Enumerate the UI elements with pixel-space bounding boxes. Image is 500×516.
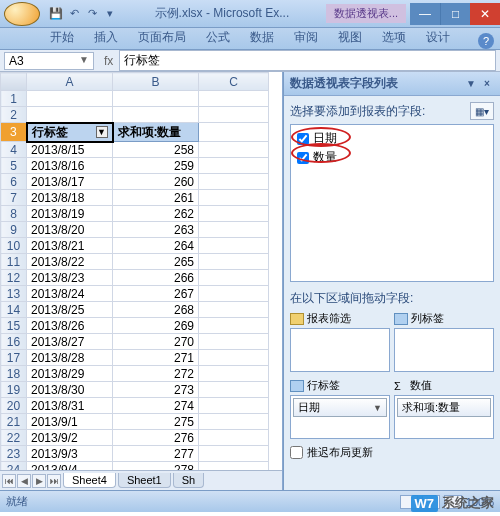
value-chip-sum[interactable]: 求和项:数量 bbox=[397, 398, 491, 417]
cell-B19[interactable]: 273 bbox=[113, 382, 199, 398]
cell-C11[interactable] bbox=[199, 254, 269, 270]
cell-B22[interactable]: 276 bbox=[113, 430, 199, 446]
name-box-dropdown-icon[interactable]: ▼ bbox=[79, 54, 89, 68]
cell-C22[interactable] bbox=[199, 430, 269, 446]
cell-B12[interactable]: 266 bbox=[113, 270, 199, 286]
cell-C7[interactable] bbox=[199, 190, 269, 206]
row-header-15[interactable]: 15 bbox=[1, 318, 27, 334]
tab-options[interactable]: 选项 bbox=[372, 26, 416, 49]
cell-A24[interactable]: 2013/9/4 bbox=[27, 462, 113, 471]
cell-A11[interactable]: 2013/8/22 bbox=[27, 254, 113, 270]
cell-B6[interactable]: 260 bbox=[113, 174, 199, 190]
cell-B20[interactable]: 274 bbox=[113, 398, 199, 414]
row-header-8[interactable]: 8 bbox=[1, 206, 27, 222]
cell-C15[interactable] bbox=[199, 318, 269, 334]
cell-A14[interactable]: 2013/8/25 bbox=[27, 302, 113, 318]
cell-C20[interactable] bbox=[199, 398, 269, 414]
sheet-nav-first[interactable]: ⏮ bbox=[2, 474, 16, 488]
cell-B24[interactable]: 278 bbox=[113, 462, 199, 471]
name-box[interactable]: A3 ▼ bbox=[4, 52, 94, 70]
cell-B11[interactable]: 265 bbox=[113, 254, 199, 270]
cell-B18[interactable]: 272 bbox=[113, 366, 199, 382]
cell-A19[interactable]: 2013/8/30 bbox=[27, 382, 113, 398]
cell-B17[interactable]: 271 bbox=[113, 350, 199, 366]
sheet-nav-prev[interactable]: ◀ bbox=[17, 474, 31, 488]
sheet-tab-sheet4[interactable]: Sheet4 bbox=[63, 473, 116, 488]
tab-pagelayout[interactable]: 页面布局 bbox=[128, 26, 196, 49]
cell-A8[interactable]: 2013/8/19 bbox=[27, 206, 113, 222]
tab-home[interactable]: 开始 bbox=[40, 26, 84, 49]
save-icon[interactable]: 💾 bbox=[48, 6, 64, 22]
cell-A15[interactable]: 2013/8/26 bbox=[27, 318, 113, 334]
sheet-nav-last[interactable]: ⏭ bbox=[47, 474, 61, 488]
cell-B21[interactable]: 275 bbox=[113, 414, 199, 430]
cell-A13[interactable]: 2013/8/24 bbox=[27, 286, 113, 302]
row-header-1[interactable]: 1 bbox=[1, 91, 27, 107]
row-header-2[interactable]: 2 bbox=[1, 107, 27, 123]
tab-insert[interactable]: 插入 bbox=[84, 26, 128, 49]
tab-review[interactable]: 审阅 bbox=[284, 26, 328, 49]
row-header-10[interactable]: 10 bbox=[1, 238, 27, 254]
cell-A6[interactable]: 2013/8/17 bbox=[27, 174, 113, 190]
cell-B9[interactable]: 263 bbox=[113, 222, 199, 238]
cell-C19[interactable] bbox=[199, 382, 269, 398]
values-area-dropzone[interactable]: 求和项:数量 bbox=[394, 395, 494, 439]
tab-formulas[interactable]: 公式 bbox=[196, 26, 240, 49]
contextual-tab-label[interactable]: 数据透视表... bbox=[326, 4, 406, 23]
cell-A3[interactable]: 行标签▼ bbox=[27, 123, 113, 142]
cell-A18[interactable]: 2013/8/29 bbox=[27, 366, 113, 382]
cell-C3[interactable] bbox=[199, 123, 269, 142]
chip-dropdown-icon[interactable]: ▼ bbox=[373, 403, 382, 413]
cell-A4[interactable]: 2013/8/15 bbox=[27, 142, 113, 158]
cell-A20[interactable]: 2013/8/31 bbox=[27, 398, 113, 414]
tab-data[interactable]: 数据 bbox=[240, 26, 284, 49]
row-header-6[interactable]: 6 bbox=[1, 174, 27, 190]
select-all-cell[interactable] bbox=[1, 73, 27, 91]
cell-C4[interactable] bbox=[199, 142, 269, 158]
row-header-14[interactable]: 14 bbox=[1, 302, 27, 318]
cell-C9[interactable] bbox=[199, 222, 269, 238]
cell-C14[interactable] bbox=[199, 302, 269, 318]
cell-C24[interactable] bbox=[199, 462, 269, 471]
cell-C2[interactable] bbox=[199, 107, 269, 123]
cell-C8[interactable] bbox=[199, 206, 269, 222]
cell-B2[interactable] bbox=[113, 107, 199, 123]
row-header-12[interactable]: 12 bbox=[1, 270, 27, 286]
cell-B23[interactable]: 277 bbox=[113, 446, 199, 462]
cell-C1[interactable] bbox=[199, 91, 269, 107]
defer-layout-checkbox[interactable] bbox=[290, 446, 303, 459]
cell-B13[interactable]: 267 bbox=[113, 286, 199, 302]
cell-A17[interactable]: 2013/8/28 bbox=[27, 350, 113, 366]
row-header-17[interactable]: 17 bbox=[1, 350, 27, 366]
cell-B1[interactable] bbox=[113, 91, 199, 107]
cell-C13[interactable] bbox=[199, 286, 269, 302]
row-header-23[interactable]: 23 bbox=[1, 446, 27, 462]
cell-A7[interactable]: 2013/8/18 bbox=[27, 190, 113, 206]
formula-input[interactable]: 行标签 bbox=[119, 50, 496, 71]
undo-icon[interactable]: ↶ bbox=[66, 6, 82, 22]
pane-close-icon[interactable]: × bbox=[480, 77, 494, 91]
layout-options-button[interactable]: ▦▾ bbox=[470, 102, 494, 120]
column-area-dropzone[interactable] bbox=[394, 328, 494, 372]
row-header-4[interactable]: 4 bbox=[1, 142, 27, 158]
cell-A16[interactable]: 2013/8/27 bbox=[27, 334, 113, 350]
sheet-nav-next[interactable]: ▶ bbox=[32, 474, 46, 488]
cell-B14[interactable]: 268 bbox=[113, 302, 199, 318]
tab-view[interactable]: 视图 bbox=[328, 26, 372, 49]
tab-design[interactable]: 设计 bbox=[416, 26, 460, 49]
col-header-B[interactable]: B bbox=[113, 73, 199, 91]
row-header-3[interactable]: 3 bbox=[1, 123, 27, 142]
cell-A10[interactable]: 2013/8/21 bbox=[27, 238, 113, 254]
close-button[interactable]: ✕ bbox=[470, 3, 500, 25]
cell-B5[interactable]: 259 bbox=[113, 158, 199, 174]
cell-C16[interactable] bbox=[199, 334, 269, 350]
row-area-dropzone[interactable]: 日期 ▼ bbox=[290, 395, 390, 439]
cell-C23[interactable] bbox=[199, 446, 269, 462]
fields-listbox[interactable]: 日期 数量 bbox=[290, 124, 494, 282]
cell-A9[interactable]: 2013/8/20 bbox=[27, 222, 113, 238]
col-header-C[interactable]: C bbox=[199, 73, 269, 91]
fx-icon[interactable]: fx bbox=[104, 54, 113, 68]
cell-B4[interactable]: 258 bbox=[113, 142, 199, 158]
cell-A12[interactable]: 2013/8/23 bbox=[27, 270, 113, 286]
cell-B15[interactable]: 269 bbox=[113, 318, 199, 334]
